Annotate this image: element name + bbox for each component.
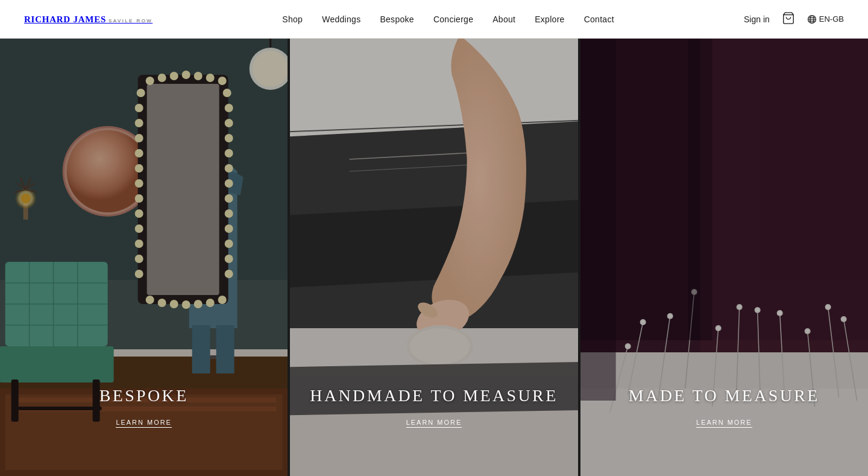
- language-label: EN-GB: [819, 14, 844, 24]
- panels-container: BESPOKE LEARN MORE: [0, 39, 868, 476]
- handmade-title: HANDMADE TO MEASURE: [310, 386, 558, 405]
- brand-logo[interactable]: RICHARD JAMES SAVILE ROW: [24, 14, 153, 25]
- logo-sub-text: SAVILE ROW: [108, 18, 153, 24]
- nav-concierge[interactable]: Concierge: [433, 14, 473, 24]
- nav-shop[interactable]: Shop: [282, 14, 303, 24]
- made-to-measure-title: MADE TO MEASURE: [629, 386, 820, 405]
- made-to-measure-content: MADE TO MEASURE LEARN MORE: [629, 386, 820, 428]
- panel-made-to-measure: MADE TO MEASURE LEARN MORE: [578, 39, 868, 476]
- nav-about[interactable]: About: [492, 14, 515, 24]
- header: RICHARD JAMES SAVILE ROW Shop Weddings B…: [0, 0, 868, 39]
- header-actions: Sign in EN-GB: [744, 11, 844, 27]
- nav-explore[interactable]: Explore: [535, 14, 564, 24]
- handmade-content: HANDMADE TO MEASURE LEARN MORE: [310, 386, 558, 428]
- made-to-measure-cta[interactable]: LEARN MORE: [696, 419, 752, 428]
- bespoke-title: BESPOKE: [99, 386, 189, 405]
- cart-button[interactable]: [782, 11, 795, 27]
- signin-link[interactable]: Sign in: [744, 14, 770, 24]
- nav-bespoke[interactable]: Bespoke: [380, 14, 414, 24]
- nav-weddings[interactable]: Weddings: [322, 14, 360, 24]
- language-selector[interactable]: EN-GB: [807, 14, 844, 24]
- bespoke-content: BESPOKE LEARN MORE: [99, 386, 189, 428]
- panel-handmade: HANDMADE TO MEASURE LEARN MORE: [288, 39, 577, 476]
- handmade-cta[interactable]: LEARN MORE: [406, 419, 462, 428]
- main-nav: Shop Weddings Bespoke Concierge About Ex…: [282, 14, 614, 24]
- globe-icon: [807, 14, 817, 24]
- nav-contact[interactable]: Contact: [584, 14, 614, 24]
- bespoke-cta[interactable]: LEARN MORE: [116, 419, 172, 428]
- cart-icon: [782, 11, 795, 25]
- logo-main-text: RICHARD JAMES: [24, 14, 106, 24]
- panel-bespoke: BESPOKE LEARN MORE: [0, 39, 288, 476]
